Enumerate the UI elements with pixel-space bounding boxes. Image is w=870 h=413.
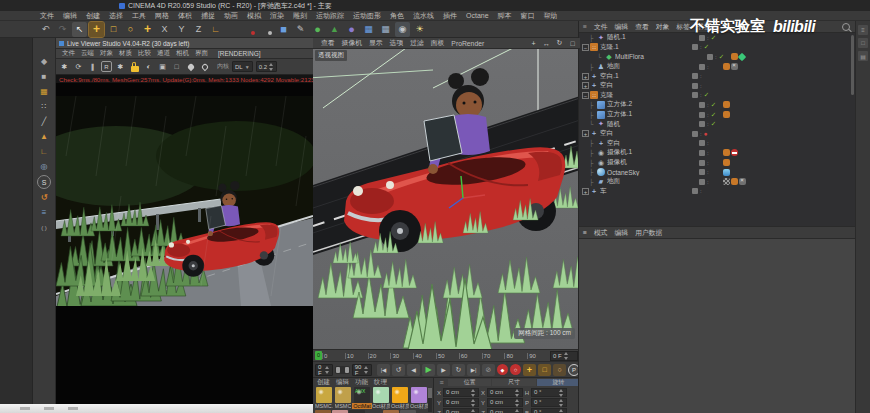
sphere-icon[interactable] — [143, 61, 154, 72]
goto-start-icon[interactable] — [377, 364, 390, 376]
burger-icon[interactable]: ≡ — [583, 229, 587, 236]
menu-item[interactable]: 雕刻 — [293, 11, 307, 21]
live-viewer-menu-item[interactable]: 比较 — [138, 49, 151, 58]
material-item[interactable]: Oct材质 — [391, 387, 409, 409]
speed-field[interactable]: 0.2 — [256, 61, 277, 72]
bracket-icon[interactable] — [38, 221, 51, 234]
loop-back-icon[interactable] — [392, 364, 405, 376]
volume-icon[interactable] — [378, 22, 393, 37]
key-position-icon[interactable] — [523, 364, 536, 376]
object-menu-item[interactable]: 标签 — [676, 22, 690, 32]
oi-flora[interactable] — [605, 53, 613, 61]
range-end-field[interactable]: 90 F — [352, 364, 372, 376]
layer-toggle-icon[interactable] — [692, 83, 698, 89]
burger-icon[interactable]: ≡ — [436, 377, 447, 388]
object-row[interactable]: + 空白 : ● — [579, 129, 870, 139]
viewport-menu-item[interactable]: 查看 — [321, 38, 335, 48]
frame-ruler[interactable]: 0102030405060708090 — [322, 350, 550, 361]
edge-mode-icon[interactable] — [38, 115, 51, 128]
object-name[interactable]: 地面 — [607, 62, 699, 71]
visibility-dots-icon[interactable]: : — [707, 64, 709, 70]
oi-cloner[interactable] — [590, 91, 598, 99]
rotate-icon[interactable] — [123, 22, 138, 37]
orange-tag-icon[interactable] — [723, 101, 730, 108]
record-key-icon[interactable] — [497, 364, 508, 375]
material-menu-item[interactable]: 创建 — [317, 378, 330, 387]
object-menu-item[interactable]: 编辑 — [615, 22, 629, 32]
move-icon[interactable] — [89, 22, 104, 37]
menu-item[interactable]: 窗口 — [521, 11, 535, 21]
attribute-manager-body[interactable] — [579, 239, 870, 413]
enable-check-icon[interactable]: ✓ — [719, 53, 727, 61]
enable-check-icon[interactable]: ✓ — [711, 34, 719, 42]
material-item[interactable]: AUX OctMat — [353, 387, 371, 409]
stepper-icon[interactable] — [364, 366, 369, 374]
visibility-dots-icon[interactable]: : — [707, 169, 709, 175]
oi-null[interactable] — [590, 187, 598, 195]
metaball-icon[interactable] — [344, 22, 359, 37]
render-settings-icon[interactable] — [259, 22, 274, 37]
position-field[interactable]: 0 cm — [443, 388, 479, 397]
visibility-dots-icon[interactable]: : — [707, 160, 709, 166]
live-selection-icon[interactable] — [72, 22, 87, 37]
zoom-icon[interactable] — [541, 38, 552, 49]
stepper-icon[interactable] — [471, 409, 476, 413]
mograph-icon[interactable] — [361, 22, 376, 37]
object-row[interactable]: ├ 空白 : — [579, 139, 870, 149]
burger-icon[interactable]: ≡ — [583, 23, 587, 30]
rotation-field[interactable]: 0 ° — [531, 388, 567, 397]
viewport-menu-item[interactable]: 选项 — [390, 38, 404, 48]
live-viewer-menu-item[interactable]: 通道 — [157, 49, 170, 58]
position-field[interactable]: 0 cm — [443, 408, 479, 413]
object-row[interactable]: + 车 : — [579, 187, 870, 197]
visibility-dots-icon[interactable]: : — [700, 92, 702, 98]
object-row[interactable]: ├ 地面 : — [579, 62, 870, 72]
green-tag-icon[interactable] — [737, 53, 745, 61]
stepper-icon[interactable] — [515, 399, 520, 407]
material-item[interactable]: MSMC — [334, 387, 352, 409]
record-off-icon[interactable] — [482, 364, 495, 376]
stepper-icon[interactable] — [564, 352, 569, 360]
expander-icon[interactable]: └ — [589, 121, 597, 127]
object-row[interactable]: ├ 随机.1 : ✓ — [579, 33, 870, 43]
layer-toggle-icon[interactable] — [692, 131, 698, 137]
range-start-field[interactable]: 0 F — [315, 364, 333, 376]
orange-tag-icon[interactable] — [723, 63, 730, 70]
layer-toggle-icon[interactable] — [692, 73, 698, 79]
oi-effector[interactable] — [597, 34, 605, 42]
layer-icon[interactable] — [38, 206, 51, 219]
pause-icon[interactable] — [87, 61, 98, 72]
object-row[interactable]: ├ 摄像机.1 : — [579, 148, 870, 158]
last-tool-icon[interactable] — [140, 22, 155, 37]
live-viewer-menu-item[interactable]: 材质 — [119, 49, 132, 58]
kernel-dropdown[interactable]: DL▼ — [232, 61, 253, 72]
object-row[interactable]: └ 随机 : ✓ — [579, 119, 870, 129]
object-name[interactable]: 空白.1 — [600, 72, 692, 81]
menu-item[interactable]: 选择 — [109, 11, 123, 21]
expander-icon[interactable]: └ — [597, 54, 605, 60]
menu-item[interactable]: 网格 — [155, 11, 169, 21]
viewport-menu-item[interactable]: 过滤 — [410, 38, 424, 48]
stepper-icon[interactable] — [515, 409, 520, 413]
visibility-dots-icon[interactable]: : — [707, 179, 709, 185]
expander-icon[interactable]: ├ — [589, 179, 597, 185]
layer-toggle-icon[interactable] — [692, 92, 698, 98]
enable-check-icon[interactable]: ✓ — [704, 43, 712, 51]
visibility-dots-icon[interactable]: : — [700, 44, 702, 50]
object-row[interactable]: ├ 立方体.2 : ✓ — [579, 100, 870, 110]
solo-icon[interactable] — [37, 175, 51, 189]
perspective-viewport[interactable]: 查看摄像机显示选项过滤面板ProRender 透视视图 网格间距 : 100 c… — [313, 38, 580, 349]
scale-icon[interactable] — [106, 22, 121, 37]
subdiv-icon[interactable] — [310, 22, 325, 37]
object-name[interactable]: MultiFlora — [615, 53, 707, 60]
stepper-icon[interactable] — [325, 366, 330, 374]
menu-item[interactable]: Octane — [466, 12, 489, 19]
render-picture-icon[interactable] — [242, 22, 257, 37]
oi-random[interactable] — [597, 120, 605, 128]
gear-icon[interactable] — [59, 61, 70, 72]
object-name[interactable]: 立方体.1 — [607, 110, 699, 119]
dock-tab-icon[interactable]: ≡ — [858, 25, 868, 35]
viewport-menu-item[interactable]: ProRender — [451, 40, 484, 47]
expander-icon[interactable]: ├ — [589, 150, 597, 156]
menu-item[interactable]: 帮助 — [544, 11, 558, 21]
